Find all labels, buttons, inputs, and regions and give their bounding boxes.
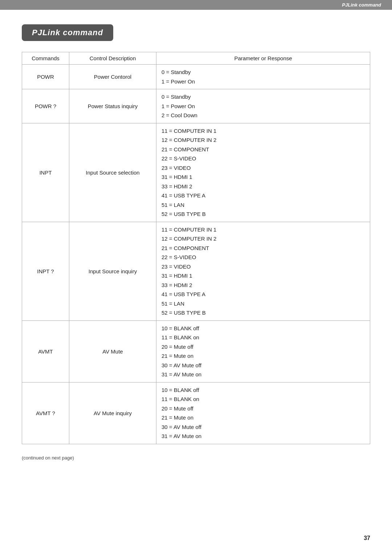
param-value: 30 = AV Mute off: [162, 361, 365, 370]
param-value: 12 = COMPUTER IN 2: [162, 234, 365, 244]
param-value: 33 = HDMI 2: [162, 182, 365, 191]
param-value: 23 = VIDEO: [162, 163, 365, 173]
param-value: 51 = LAN: [162, 200, 365, 210]
param-value: 21 = Mute on: [162, 413, 365, 422]
cell-description: Input Source inquiry: [69, 222, 156, 320]
header-label: PJLink command: [342, 2, 381, 8]
cell-parameter: 0 = Standby1 = Power On: [156, 65, 370, 89]
cell-command: INPT: [22, 123, 69, 222]
footer-note: (continued on next page): [22, 455, 370, 461]
param-value: 52 = USB TYPE B: [162, 209, 365, 219]
table-row: POWRPower Contorol0 = Standby1 = Power O…: [22, 65, 370, 89]
param-value: 41 = USB TYPE A: [162, 290, 365, 299]
page-title: PJLink command: [22, 24, 113, 41]
param-value: 12 = COMPUTER IN 2: [162, 135, 365, 145]
page-content: PJLink command Commands Control Descript…: [0, 10, 392, 482]
cell-parameter: 10 = BLANK off11 = BLANK on20 = Mute off…: [156, 382, 370, 444]
param-value: 21 = Mute on: [162, 351, 365, 361]
cell-parameter: 0 = Standby1 = Power On2 = Cool Down: [156, 89, 370, 123]
param-value: 31 = HDMI 1: [162, 172, 365, 182]
param-value: 0 = Standby: [162, 92, 365, 102]
col-header-description: Control Description: [69, 52, 156, 65]
cell-description: Power Contorol: [69, 65, 156, 89]
param-value: 11 = COMPUTER IN 1: [162, 126, 365, 136]
cell-description: AV Mute: [69, 320, 156, 382]
param-value: 20 = Mute off: [162, 342, 365, 352]
param-value: 30 = AV Mute off: [162, 422, 365, 432]
cell-parameter: 10 = BLANK off11 = BLANK on20 = Mute off…: [156, 320, 370, 382]
param-value: 1 = Power On: [162, 77, 365, 86]
table-row: INPTInput Source selection11 = COMPUTER …: [22, 123, 370, 222]
param-value: 20 = Mute off: [162, 404, 365, 413]
param-value: 22 = S-VIDEO: [162, 253, 365, 262]
param-value: 31 = HDMI 1: [162, 271, 365, 281]
param-value: 51 = LAN: [162, 299, 365, 308]
cell-command: INPT ?: [22, 222, 69, 320]
table-header-row: Commands Control Description Parameter o…: [22, 52, 370, 65]
cell-command: AVMT ?: [22, 382, 69, 444]
cell-command: POWR ?: [22, 89, 69, 123]
cell-parameter: 11 = COMPUTER IN 112 = COMPUTER IN 221 =…: [156, 123, 370, 222]
param-value: 1 = Power On: [162, 102, 365, 111]
table-row: INPT ?Input Source inquiry11 = COMPUTER …: [22, 222, 370, 320]
table-row: POWR ?Power Status inquiry0 = Standby1 =…: [22, 89, 370, 123]
cell-parameter: 11 = COMPUTER IN 112 = COMPUTER IN 221 =…: [156, 222, 370, 320]
header-bar: PJLink command: [0, 0, 392, 10]
param-value: 10 = BLANK off: [162, 385, 365, 395]
col-header-parameter: Parameter or Response: [156, 52, 370, 65]
param-value: 21 = COMPONENT: [162, 244, 365, 253]
cell-description: AV Mute inquiry: [69, 382, 156, 444]
commands-table: Commands Control Description Parameter o…: [22, 52, 370, 444]
table-row: AVMTAV Mute10 = BLANK off11 = BLANK on20…: [22, 320, 370, 382]
table-row: AVMT ?AV Mute inquiry10 = BLANK off11 = …: [22, 382, 370, 444]
cell-command: AVMT: [22, 320, 69, 382]
param-value: 11 = COMPUTER IN 1: [162, 225, 365, 234]
param-value: 21 = COMPONENT: [162, 145, 365, 154]
param-value: 31 = AV Mute on: [162, 370, 365, 379]
param-value: 0 = Standby: [162, 68, 365, 77]
param-value: 11 = BLANK on: [162, 333, 365, 342]
cell-command: POWR: [22, 65, 69, 89]
param-value: 2 = Cool Down: [162, 111, 365, 120]
cell-description: Input Source selection: [69, 123, 156, 222]
param-value: 52 = USB TYPE B: [162, 308, 365, 318]
param-value: 11 = BLANK on: [162, 394, 365, 404]
param-value: 33 = HDMI 2: [162, 281, 365, 290]
param-value: 31 = AV Mute on: [162, 432, 365, 441]
page-number: 37: [364, 535, 370, 541]
param-value: 22 = S-VIDEO: [162, 154, 365, 163]
param-value: 10 = BLANK off: [162, 324, 365, 333]
param-value: 41 = USB TYPE A: [162, 191, 365, 200]
param-value: 23 = VIDEO: [162, 262, 365, 271]
col-header-commands: Commands: [22, 52, 69, 65]
cell-description: Power Status inquiry: [69, 89, 156, 123]
